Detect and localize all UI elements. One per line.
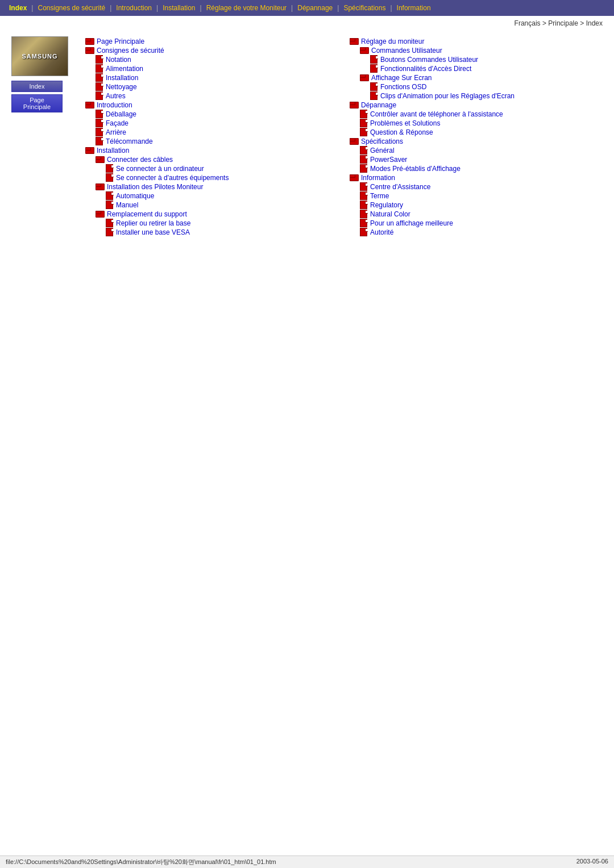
folder-icon [360,47,369,54]
tree-link[interactable]: Manuel [116,201,138,209]
list-item: Consignes de sécuritéNotationAlimentatio… [85,47,338,100]
tree-link[interactable]: Question & Réponse [370,128,433,136]
tree-item: Consignes de sécurité [85,47,338,55]
tree-link[interactable]: Commandes Utilisateur [371,47,442,55]
tree-item: Installation [85,147,338,155]
list-item: InformationCentre d'AssistanceTermeRegul… [350,174,603,236]
nav-information[interactable]: Information [392,2,435,14]
tree-link[interactable]: Dépannage [361,101,396,109]
list-item: Affichage Sur EcranFonctions OSDClips d'… [350,74,603,100]
tree-item: Automatique [85,192,338,200]
nav-introduction[interactable]: Introduction [111,2,156,14]
doc-icon [96,111,103,118]
tree-item: Arrière [85,128,338,136]
doc-icon [96,56,103,64]
tree-link[interactable]: Automatique [116,192,154,200]
doc-icon [370,56,378,64]
tree-item: Dépannage [350,101,603,109]
tree-link[interactable]: Affichage Sur Ecran [371,74,432,82]
tree-link[interactable]: Installation [97,147,129,155]
tree-link[interactable]: Fonctionnalités d'Accès Direct [380,65,471,73]
tree-link[interactable]: Centre d'Assistance [370,183,430,191]
list-item: Contrôler avant de téléphoner à l'assist… [350,110,603,118]
tree-link[interactable]: Spécifications [361,137,403,145]
doc-icon [106,220,114,227]
tree-link[interactable]: Se connecter à d'autres équipements [116,174,229,182]
list-item: Fonctionnalités d'Accès Direct [350,65,603,73]
list-item: Installation des Pilotes MoniteurAutomat… [85,183,338,209]
tree-link[interactable]: Arrière [106,128,126,136]
tree-link[interactable]: Installation [106,74,138,82]
tree-item: Question & Réponse [350,128,603,136]
right-tree-col: Réglage du moniteurCommandes Utilisateur… [350,36,603,237]
list-item: Se connecter à un ordinateur [85,165,338,173]
list-item: Natural Color [350,210,603,218]
tree-link[interactable]: Télécommande [106,137,153,145]
tree-item: Boutons Commandes Utilisateur [350,56,603,64]
tree-item: Remplacement du support [85,210,338,218]
tree-link[interactable]: Autres [106,92,126,100]
doc-icon [106,165,114,173]
tree-link[interactable]: Clips d'Animation pour les Réglages d'Ec… [380,92,515,100]
list-item: PowerSaver [350,156,603,164]
tree-link[interactable]: Modes Pré-établis d'Affichage [370,165,460,173]
list-item: Modes Pré-établis d'Affichage [350,165,603,173]
list-item: Commandes UtilisateurBoutons Commandes U… [350,47,603,73]
tree-item: Information [350,174,603,182]
tree-item: Modes Pré-établis d'Affichage [350,165,603,173]
nav-installation[interactable]: Installation [158,2,200,14]
tree-link[interactable]: Fonctions OSD [380,83,426,91]
tree-link[interactable]: Pour un affichage meilleure [370,219,453,227]
tree-link[interactable]: Réglage du moniteur [361,37,424,45]
tree-link[interactable]: Général [370,147,395,155]
tree-link[interactable]: Introduction [97,101,132,109]
folder-icon [85,38,94,45]
list-item: Notation [85,56,338,64]
list-item: Boutons Commandes Utilisateur [350,56,603,64]
doc-icon [360,156,368,164]
tree-link[interactable]: Regulatory [370,201,403,209]
folder-icon [96,156,105,163]
nav-specifications[interactable]: Spécifications [339,2,390,14]
tree-link[interactable]: Nettoyage [106,83,137,91]
tree-link[interactable]: Terme [370,192,389,200]
tree-link[interactable]: Se connecter à un ordinateur [116,165,204,173]
nav-depannage[interactable]: Dépannage [293,2,337,14]
tree-link[interactable]: Page Principale [97,37,144,45]
list-item: IntroductionDéballageFaçadeArrièreTéléco… [85,101,338,145]
tree-link[interactable]: Déballage [106,110,136,118]
tree-link[interactable]: Replier ou retirer la base [116,219,190,227]
tree-item: Connecter des câbles [85,156,338,164]
nav-index[interactable]: Index [5,2,31,14]
tree-link[interactable]: Natural Color [370,210,410,218]
tree-link[interactable]: Consignes de sécurité [97,47,164,55]
folder-icon [96,211,105,218]
tree-link[interactable]: Remplacement du support [107,210,187,218]
tree-link[interactable]: Connecter des câbles [107,156,173,164]
tree-link[interactable]: Contrôler avant de téléphoner à l'assist… [370,110,503,118]
nav-reglage[interactable]: Réglage de votre Moniteur [202,2,291,14]
tree-item: Affichage Sur Ecran [350,74,603,82]
doc-icon [370,65,378,73]
tree-item: Autorité [350,228,603,236]
tree-link[interactable]: Problèmes et Solutions [370,119,440,127]
tree-link[interactable]: Alimentation [106,65,143,73]
nav-consignes[interactable]: Consignes de sécurité [33,2,110,14]
tree-link[interactable]: Installation des Pilotes Moniteur [107,183,203,191]
tree-link[interactable]: Information [361,174,395,182]
tree-link[interactable]: Installer une base VESA [116,228,190,236]
tree-item: Télécommande [85,137,338,145]
tree-link[interactable]: Façade [106,119,128,127]
tree-item: Fonctions OSD [350,83,603,91]
sidebar-index-btn[interactable]: Index [11,81,63,92]
list-item: Connecter des câblesSe connecter à un or… [85,156,338,182]
tree-link[interactable]: PowerSaver [370,156,407,164]
tree-link[interactable]: Autorité [370,228,393,236]
list-item: Installation [85,74,338,82]
tree-link[interactable]: Boutons Commandes Utilisateur [380,56,478,64]
sidebar-page-btn[interactable]: Page Principale [11,94,63,112]
tree-item: PowerSaver [350,156,603,164]
folder-icon [350,174,359,181]
tree-link[interactable]: Notation [106,56,131,64]
doc-icon [370,93,378,100]
